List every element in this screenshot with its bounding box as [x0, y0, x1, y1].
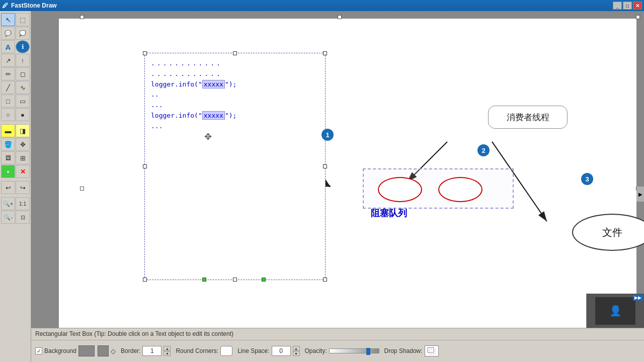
- speech-bubble-tool[interactable]: 💬: [1, 27, 15, 40]
- border-up[interactable]: ▲: [164, 346, 171, 351]
- scroll-right-arrow[interactable]: ▶: [636, 187, 644, 202]
- border-down[interactable]: ▼: [164, 351, 171, 356]
- tool-row-7: □ ▭: [1, 95, 30, 108]
- tool-row-10: 🪣 ✥: [1, 138, 30, 151]
- tool-row-6: ╱ ∿: [1, 81, 30, 94]
- select-tool[interactable]: ↖: [1, 13, 15, 26]
- opacity-thumb[interactable]: [366, 348, 370, 355]
- highlight-tool[interactable]: ▬: [1, 124, 15, 137]
- drop-shadow-control: Drop Shadow:: [384, 345, 439, 356]
- queue-ellipse-2: [438, 177, 482, 202]
- line-tool[interactable]: ╱: [1, 81, 15, 94]
- tool-row-12: ▪ ✕: [1, 165, 30, 178]
- opacity-slider[interactable]: [329, 348, 379, 353]
- sticky-tool[interactable]: ◨: [16, 124, 30, 137]
- line-space-down[interactable]: ▼: [293, 351, 300, 356]
- app-icon: 🖊: [2, 2, 8, 9]
- code-line-1: logger.info("xxxxx");: [151, 79, 319, 90]
- redo-button[interactable]: ↪: [16, 181, 30, 194]
- round-corners-control: Round Corners:: [176, 346, 232, 356]
- canvas-edge-handle-ml[interactable]: [80, 187, 84, 191]
- border-label: Border:: [121, 347, 140, 354]
- border-control: Border: 1 ▲ ▼: [121, 346, 171, 356]
- code-short-3: ...: [151, 121, 319, 132]
- canvas-edge-handle-tc[interactable]: [338, 15, 342, 19]
- tool-row-5: ✏ ◻: [1, 67, 30, 80]
- ellipse-tool[interactable]: ○: [1, 108, 15, 121]
- background-checkbox[interactable]: ✓: [35, 347, 42, 354]
- round-corners-label: Round Corners:: [176, 347, 218, 354]
- maximize-button[interactable]: □: [623, 2, 632, 10]
- fit-button[interactable]: ⊡: [16, 211, 30, 224]
- handle-green-l[interactable]: [202, 278, 206, 282]
- tool-row-14: 🔍+ 1:1: [1, 197, 30, 210]
- code-highlight-1: xxxxx: [202, 80, 225, 88]
- tool-row-3: A ℹ: [1, 40, 30, 53]
- statusbar-controls: ✓ Background ◇ Border: 1 ▲ ▼: [31, 340, 644, 362]
- canvas-edge-handle-tr[interactable]: [636, 15, 640, 19]
- tool-row-13: ↩ ↪: [1, 181, 30, 194]
- code-highlight-2: xxxxx: [202, 111, 225, 120]
- rect-tool[interactable]: □: [1, 95, 15, 108]
- video-nav-icon[interactable]: ▶▶: [633, 295, 643, 301]
- round-corner-preview[interactable]: [220, 346, 232, 356]
- fill-tool[interactable]: 🪣: [1, 138, 15, 151]
- line-space-value: 0: [279, 347, 283, 354]
- background-color-swatch[interactable]: [78, 345, 95, 356]
- eraser-tool[interactable]: ◻: [16, 67, 30, 80]
- handle-tl[interactable]: [143, 51, 147, 55]
- color-picker-button[interactable]: [98, 345, 109, 356]
- zoom-out-button[interactable]: 🔍-: [1, 211, 15, 224]
- arrow-up-tool[interactable]: ↑: [16, 54, 30, 67]
- hand-tool[interactable]: ✥: [16, 138, 30, 151]
- handle-bl[interactable]: [143, 278, 147, 282]
- line-space-input[interactable]: 0: [272, 346, 291, 356]
- handle-bc[interactable]: [233, 278, 237, 282]
- handle-green-r[interactable]: [262, 278, 266, 282]
- canvas-area[interactable]: ............ ............ logger.info("x…: [31, 11, 644, 362]
- handle-br[interactable]: [323, 278, 327, 282]
- canvas-edge-handle-tl[interactable]: [80, 15, 84, 19]
- rect-round-tool[interactable]: ▭: [16, 95, 30, 108]
- arrow-line-tool[interactable]: ↗: [1, 54, 15, 67]
- drop-shadow-preview[interactable]: [425, 345, 439, 356]
- zoom-1to1-button[interactable]: 1:1: [16, 197, 30, 210]
- green-layer-tool[interactable]: ▪: [1, 165, 15, 178]
- close-button[interactable]: ✕: [633, 2, 642, 10]
- minimize-button[interactable]: _: [613, 2, 622, 10]
- image-tool[interactable]: 🖼: [1, 151, 15, 164]
- line-space-up[interactable]: ▲: [293, 346, 300, 351]
- app-title: FastStone Draw: [11, 2, 57, 9]
- handle-tc[interactable]: [233, 51, 237, 55]
- undo-button[interactable]: ↩: [1, 181, 15, 194]
- tool-row-2: 💬 💭: [1, 27, 30, 40]
- background-control: ✓ Background ◇: [35, 345, 116, 356]
- dots-1: ............: [151, 58, 319, 69]
- text-tool[interactable]: A: [1, 40, 15, 53]
- line-space-label: Line Space:: [237, 347, 269, 354]
- delete-tool[interactable]: ✕: [16, 165, 30, 178]
- select-rect-tool[interactable]: ⬚: [16, 13, 30, 26]
- border-input[interactable]: 1: [142, 346, 162, 356]
- layer-tool[interactable]: ⊞: [16, 151, 30, 164]
- code-short-1: ..: [151, 89, 319, 100]
- ellipse-fill-tool[interactable]: ●: [16, 108, 30, 121]
- video-play-icon: 👤: [609, 305, 622, 317]
- titlebar-title: 🖊 FastStone Draw: [2, 2, 57, 9]
- opacity-control: Opacity:: [305, 347, 379, 354]
- drop-shadow-label: Drop Shadow:: [384, 347, 423, 354]
- handle-tr[interactable]: [323, 51, 327, 55]
- curve-tool[interactable]: ∿: [16, 81, 30, 94]
- zoom-in-button[interactable]: 🔍+: [1, 197, 15, 210]
- handle-mr[interactable]: [323, 164, 327, 168]
- num-circle-2: 2: [477, 144, 490, 156]
- background-label: Background: [44, 347, 76, 354]
- callout-tool[interactable]: 💭: [16, 27, 30, 40]
- info-tool[interactable]: ℹ: [16, 40, 30, 53]
- svg-rect-7: [429, 349, 435, 354]
- tool-row-11: 🖼 ⊞: [1, 151, 30, 164]
- code-textbox[interactable]: ............ ............ logger.info("x…: [144, 53, 326, 280]
- pen-tool[interactable]: ✏: [1, 67, 15, 80]
- handle-ml[interactable]: [143, 164, 147, 168]
- num-circle-1: 1: [321, 129, 334, 141]
